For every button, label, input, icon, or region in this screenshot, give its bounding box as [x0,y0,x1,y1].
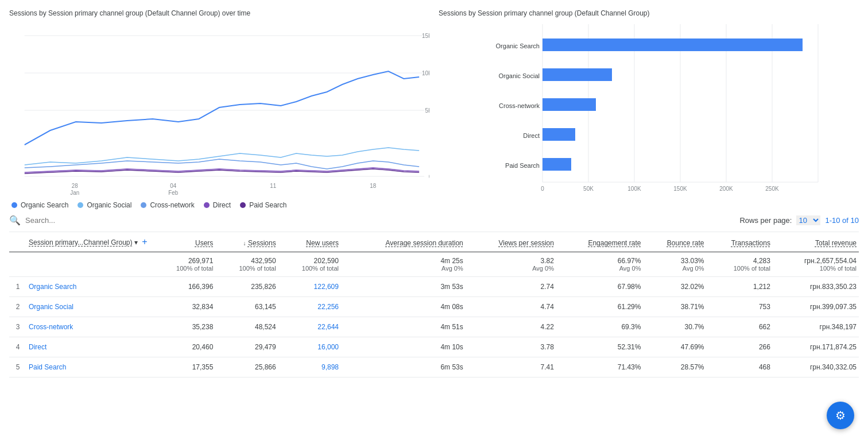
svg-text:150K: 150K [673,186,687,192]
row-users: 20,460 [153,337,215,357]
row-transactions: 266 [707,337,773,357]
row-sessions: 63,145 [215,297,278,317]
channel-col-header[interactable]: Session primary...Channel Group) ▾ + [26,232,153,252]
totals-new-users: 202,590 100% of total [278,252,341,277]
totals-bounce: 33.03% Avg 0% [643,252,706,277]
row-avg-session: 3m 53s [341,277,466,297]
row-views: 2.74 [466,277,556,297]
svg-text:0: 0 [541,186,544,192]
legend-label-paid-search: Paid Search [249,201,286,209]
row-engagement: 61.29% [556,297,643,317]
transactions-col-header[interactable]: Transactions [707,232,773,252]
row-users: 166,396 [153,277,215,297]
legend-label-direct: Direct [213,201,231,209]
row-transactions: 753 [707,297,773,317]
row-new-users: 9,898 [278,357,341,377]
totals-channel [26,252,153,277]
row-rank: 2 [9,297,26,317]
table-row: 4 Direct 20,460 29,479 16,000 4m 10s 3.7… [9,337,859,357]
row-users: 17,355 [153,357,215,377]
row-channel[interactable]: Organic Social [26,297,153,317]
row-users: 35,238 [153,317,215,337]
row-channel[interactable]: Direct [26,337,153,357]
rows-per-page-select[interactable]: 10 25 50 100 [796,215,820,225]
svg-text:5K: 5K [425,107,429,114]
row-channel[interactable]: Paid Search [26,357,153,377]
svg-text:28: 28 [72,183,78,190]
row-sessions: 25,866 [215,357,278,377]
svg-rect-28 [542,128,575,141]
line-chart-svg: 15K 10K 5K 0 28 Jan 04 Feb 11 [9,24,429,197]
search-icon: 🔍 [9,215,21,226]
row-avg-session: 4m 08s [341,297,466,317]
totals-users: 269,971 100% of total [153,252,215,277]
bar-chart-title: Sessions by Session primary channel grou… [439,9,859,17]
totals-row: 269,971 100% of total 432,950 100% of to… [9,252,859,277]
chart-legend: Organic Search Organic Social Cross-netw… [9,201,429,209]
row-users: 32,834 [153,297,215,317]
table-row: 1 Organic Search 166,396 235,826 122,609… [9,277,859,297]
row-new-users: 22,256 [278,297,341,317]
new-users-col-header[interactable]: New users [278,232,341,252]
table-row: 2 Organic Social 32,834 63,145 22,256 4m… [9,297,859,317]
bounce-rate-col-header[interactable]: Bounce rate [643,232,706,252]
row-bounce: 38.71% [643,297,706,317]
legend-organic-social: Organic Social [78,201,131,209]
row-revenue: грн.171,874.25 [773,337,859,357]
svg-text:Organic Social: Organic Social [498,72,540,79]
row-new-users: 22,644 [278,317,341,337]
total-revenue-col-header[interactable]: Total revenue [773,232,859,252]
line-chart-container: Sessions by Session primary channel grou… [9,9,429,209]
channel-col-dropdown[interactable]: ▾ [134,238,138,246]
sessions-col-header[interactable]: ↓ Sessions [215,232,278,252]
row-rank: 1 [9,277,26,297]
svg-text:Feb: Feb [168,190,178,197]
row-views: 3.78 [466,337,556,357]
row-transactions: 468 [707,357,773,377]
row-rank: 3 [9,317,26,337]
svg-text:250K: 250K [765,186,779,192]
svg-text:100K: 100K [627,186,641,192]
row-revenue: грн.340,332.05 [773,357,859,377]
row-transactions: 1,212 [707,277,773,297]
avg-session-col-header[interactable]: Average session duration [341,232,466,252]
totals-transactions: 4,283 100% of total [707,252,773,277]
row-avg-session: 6m 53s [341,357,466,377]
legend-direct: Direct [204,201,231,209]
line-chart-title: Sessions by Session primary channel grou… [9,9,429,17]
row-bounce: 30.7% [643,317,706,337]
svg-rect-26 [542,98,596,111]
legend-dot-cross-network [141,202,146,208]
legend-paid-search: Paid Search [240,201,286,209]
svg-text:04: 04 [170,183,176,190]
search-input[interactable] [25,216,735,225]
row-channel[interactable]: Organic Search [26,277,153,297]
bar-chart-area: Organic Search Organic Social Cross-netw… [439,24,859,208]
row-channel[interactable]: Cross-network [26,317,153,337]
legend-dot-organic-social [78,202,83,208]
row-revenue: грн.399,097.35 [773,297,859,317]
views-per-session-col-header[interactable]: Views per session [466,232,556,252]
row-views: 7.41 [466,357,556,377]
row-sessions: 48,524 [215,317,278,337]
legend-dot-organic-search [11,202,17,208]
svg-text:50K: 50K [583,186,594,192]
row-sessions: 235,826 [215,277,278,297]
row-views: 4.22 [466,317,556,337]
row-new-users: 122,609 [278,277,341,297]
svg-text:11: 11 [270,183,276,190]
legend-label-organic-search: Organic Search [21,201,68,209]
users-col-header[interactable]: Users [153,232,215,252]
row-engagement: 67.98% [556,277,643,297]
totals-avg-session: 4m 25s Avg 0% [341,252,466,277]
legend-label-cross-network: Cross-network [150,201,194,209]
add-column-button[interactable]: + [142,237,147,246]
legend-cross-network: Cross-network [141,201,194,209]
svg-rect-30 [542,158,571,171]
engagement-rate-col-header[interactable]: Engagement rate [556,232,643,252]
table-row: 5 Paid Search 17,355 25,866 9,898 6m 53s… [9,357,859,377]
row-sessions: 29,479 [215,337,278,357]
row-revenue: грн.833,350.23 [773,277,859,297]
data-table: Session primary...Channel Group) ▾ + Use… [9,232,859,377]
sort-icon: ↓ [243,240,246,246]
